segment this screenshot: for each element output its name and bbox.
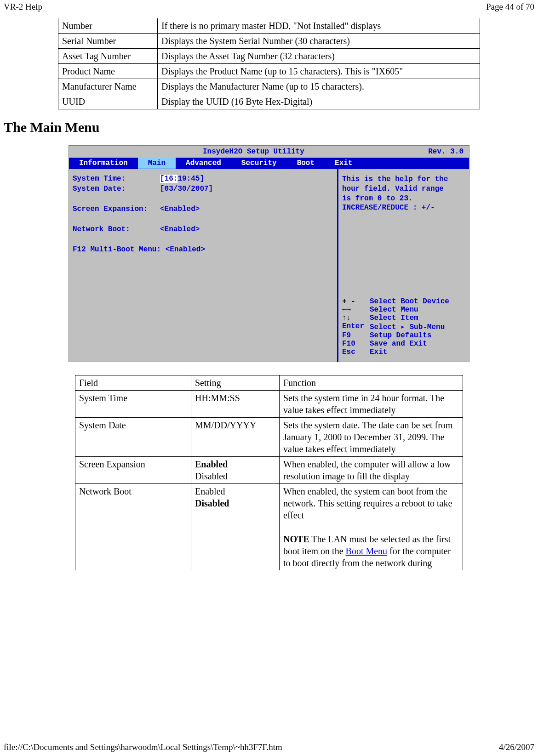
- boot-menu-link[interactable]: Boot Menu: [346, 546, 388, 556]
- cell-setting: EnabledDisabled: [191, 484, 280, 571]
- key-row: F10Save and Exit: [342, 340, 465, 348]
- table-row: Screen Expansion EnabledDisabled When en…: [75, 457, 463, 484]
- table-row: UUID Display the UUID (16 Byte Hex-Digit…: [58, 94, 480, 109]
- system-date-value[interactable]: [03/30/2007]: [160, 185, 213, 193]
- key-row: EnterSelect ▸ Sub-Menu: [342, 322, 465, 331]
- table-row: Asset Tag Number Displays the Asset Tag …: [58, 49, 480, 64]
- bios-tabs: Information Main Advanced Security Boot …: [69, 158, 469, 169]
- system-time-label: System Time:: [73, 175, 160, 183]
- key-f9: F9: [342, 331, 370, 340]
- screen-expansion-row[interactable]: Screen Expansion: <Enabled>: [73, 205, 333, 213]
- bios-revision: Rev. 3.0: [428, 148, 464, 156]
- cell-function: Sets the system time in 24 hour format. …: [280, 391, 463, 418]
- cell-desc: If there is no primary master HDD, "Not …: [158, 18, 480, 34]
- help-line: is from 0 to 23.: [342, 194, 465, 204]
- key-plus-minus-icon: + -: [342, 297, 370, 306]
- bios-body: System Time: [16:19:45] System Date: [03…: [69, 169, 469, 362]
- cell-field: Asset Tag Number: [58, 49, 158, 64]
- cell-function: When enabled, the computer will allow a …: [280, 457, 463, 484]
- cell-field: Screen Expansion: [75, 457, 191, 484]
- note-label: NOTE: [283, 534, 309, 544]
- key-desc: Save and Exit: [370, 340, 427, 348]
- doc-title: VR-2 Help: [4, 2, 42, 12]
- cell-field: Product Name: [58, 64, 158, 79]
- setting-default: Enabled: [195, 459, 228, 469]
- screen-expansion-value[interactable]: <Enabled>: [160, 205, 200, 213]
- key-desc: Select Menu: [370, 306, 418, 314]
- tab-advanced[interactable]: Advanced: [176, 158, 231, 169]
- bios-screenshot: InsydeH2O Setup Utility Rev. 3.0 Informa…: [69, 145, 469, 362]
- key-desc: Select Item: [370, 314, 418, 322]
- system-time-value[interactable]: [16:19:45]: [160, 175, 204, 183]
- cell-setting: MM/DD/YYYY: [191, 418, 280, 457]
- f12-multiboot-text: F12 Multi-Boot Menu: <Enabled>: [73, 245, 205, 254]
- cell-field: Number: [58, 18, 158, 34]
- bios-key-legend: + -Select Boot Device ←→Select Menu ↑↓Se…: [342, 297, 465, 356]
- bios-help-pane: This is the help for the hour field. Val…: [338, 169, 469, 362]
- bios-title-text: InsydeH2O Setup Utility: [79, 148, 429, 156]
- help-line: This is the help for the: [342, 175, 465, 184]
- hour-selected[interactable]: [16:: [160, 175, 177, 183]
- cell-field: Serial Number: [58, 34, 158, 49]
- cell-desc: Displays the Manufacturer Name (up to 15…: [158, 79, 480, 94]
- table-row: Network Boot EnabledDisabled When enable…: [75, 484, 463, 571]
- tab-boot[interactable]: Boot: [287, 158, 325, 169]
- key-row: ←→Select Menu: [342, 306, 465, 314]
- key-esc: Esc: [342, 348, 370, 356]
- bios-titlebar: InsydeH2O Setup Utility Rev. 3.0: [69, 146, 469, 158]
- key-row: F9Setup Defaults: [342, 331, 465, 340]
- spacer-row: [73, 235, 333, 244]
- cell-field: System Date: [75, 418, 191, 457]
- cell-field: Network Boot: [75, 484, 191, 571]
- cell-field: UUID: [58, 94, 158, 109]
- network-boot-row[interactable]: Network Boot: <Enabled>: [73, 225, 333, 233]
- system-time-row[interactable]: System Time: [16:19:45]: [73, 175, 333, 183]
- cell-function: When enabled, the system can boot from t…: [280, 484, 463, 571]
- tab-main[interactable]: Main: [138, 158, 176, 169]
- system-date-label: System Date:: [73, 185, 160, 193]
- info-table: Number If there is no primary master HDD…: [58, 18, 480, 109]
- key-up-down-icon: ↑↓: [342, 314, 370, 322]
- network-boot-value[interactable]: <Enabled>: [160, 225, 200, 233]
- table-row: Number If there is no primary master HDD…: [58, 18, 480, 34]
- file-path: file://C:\Documents and Settings\harwood…: [4, 742, 282, 752]
- table-row: Serial Number Displays the System Serial…: [58, 34, 480, 49]
- cell-setting: HH:MM:SS: [191, 391, 280, 418]
- cell-function: Sets the system date. The date can be se…: [280, 418, 463, 457]
- cell-desc: Displays the Asset Tag Number (32 charac…: [158, 49, 480, 64]
- cell-field: Manufacturer Name: [58, 79, 158, 94]
- main-menu-table: Field Setting Function System Time HH:MM…: [75, 375, 463, 570]
- cell-desc: Displays the Product Name (up to 15 char…: [158, 64, 480, 79]
- key-desc: Exit: [370, 348, 387, 356]
- function-text: When enabled, the system can boot from t…: [283, 486, 452, 520]
- help-line: hour field. Valid range: [342, 184, 465, 194]
- cell-desc: Display the UUID (16 Byte Hex-Digital): [158, 94, 480, 109]
- tab-exit[interactable]: Exit: [325, 158, 362, 169]
- key-left-right-icon: ←→: [342, 306, 370, 314]
- page-header: VR-2 Help Page 44 of 70: [0, 0, 538, 14]
- table-row: System Date MM/DD/YYYY Sets the system d…: [75, 418, 463, 457]
- cell-desc: Displays the System Serial Number (30 ch…: [158, 34, 480, 49]
- system-date-row[interactable]: System Date: [03/30/2007]: [73, 185, 333, 193]
- tab-information[interactable]: Information: [69, 158, 138, 169]
- footer-date: 4/26/2007: [499, 742, 534, 752]
- col-function: Function: [280, 375, 463, 391]
- key-desc: Select ▸ Sub-Menu: [370, 322, 445, 331]
- setting-option: Disabled: [195, 471, 228, 481]
- col-field: Field: [75, 375, 191, 391]
- setting-option: Enabled: [195, 486, 225, 496]
- spacer-row: [73, 215, 333, 223]
- key-row: EscExit: [342, 348, 465, 356]
- bios-settings-pane: System Time: [16:19:45] System Date: [03…: [69, 169, 338, 362]
- f12-multiboot-row[interactable]: F12 Multi-Boot Menu: <Enabled>: [73, 245, 333, 254]
- key-desc: Setup Defaults: [370, 331, 431, 340]
- table-row: System Time HH:MM:SS Sets the system tim…: [75, 391, 463, 418]
- table-row: Manufacturer Name Displays the Manufactu…: [58, 79, 480, 94]
- help-line: INCREASE/REDUCE : +/-: [342, 203, 465, 213]
- tab-security[interactable]: Security: [231, 158, 287, 169]
- col-setting: Setting: [191, 375, 280, 391]
- section-heading: The Main Menu: [4, 119, 534, 135]
- table-row: Product Name Displays the Product Name (…: [58, 64, 480, 79]
- time-rest: 19:45]: [177, 175, 204, 183]
- key-row: ↑↓Select Item: [342, 314, 465, 322]
